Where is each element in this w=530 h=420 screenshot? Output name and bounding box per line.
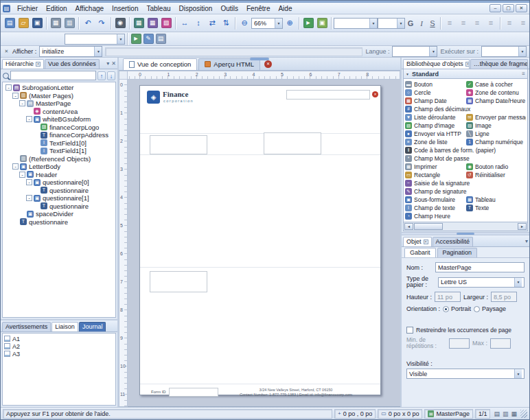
- library-item[interactable]: ▼Liste déroulante: [405, 113, 465, 121]
- status-page-indicator[interactable]: 1/1: [475, 409, 491, 419]
- library-item[interactable]: ↺Réinitialiser: [466, 171, 526, 179]
- log-palette-icon[interactable]: ▤: [494, 410, 500, 417]
- menu-fenetre[interactable]: Fenêtre: [242, 3, 274, 14]
- tree-node[interactable]: -▣whiteBGsubform: [3, 115, 115, 124]
- library-item[interactable]: ✓Case à cocher: [466, 80, 526, 89]
- style-combo[interactable]: ▼: [65, 34, 125, 45]
- library-item[interactable]: #Champ des décimaux: [405, 105, 526, 113]
- library-item[interactable]: ‖Code à barres de form. (papier): [405, 146, 526, 154]
- menu-affichage[interactable]: Affichage: [71, 3, 108, 14]
- tree-node[interactable]: Tquestionnaire: [3, 218, 115, 226]
- tab-vue-de-conception[interactable]: Vue de conception: [123, 58, 197, 70]
- app-icon[interactable]: ▤: [3, 5, 10, 12]
- close-button[interactable]: ✕: [516, 4, 527, 12]
- logo-title[interactable]: Finance: [163, 90, 188, 98]
- scroll-right-icon[interactable]: ►: [518, 223, 527, 230]
- tree-expander-icon[interactable]: -: [12, 163, 19, 170]
- tree-node[interactable]: ITextField1[1]: [3, 147, 115, 155]
- nom-input[interactable]: MasterPage: [435, 262, 525, 272]
- tab-close-icon[interactable]: ✕: [36, 62, 41, 67]
- zoom-in-icon-button[interactable]: ⊕: [283, 16, 297, 30]
- hauteur-input[interactable]: 11 po: [435, 292, 461, 302]
- open-icon-button[interactable]: ▱: [16, 16, 30, 30]
- align-right-icon-button[interactable]: ≡: [470, 16, 484, 30]
- tree-expander-icon[interactable]: -: [12, 93, 19, 99]
- underline-button[interactable]: S: [427, 16, 438, 30]
- library-item[interactable]: *Champ Mot de passe: [405, 154, 526, 163]
- type-papier-select[interactable]: Lettre US▼: [438, 277, 525, 288]
- paysage-radio[interactable]: Paysage: [474, 305, 506, 312]
- find-icon-button[interactable]: ◉: [113, 16, 127, 30]
- tab-liaison[interactable]: Liaison: [51, 322, 78, 331]
- tree-node[interactable]: ▥(Referenced Objects): [3, 155, 115, 163]
- pdf-preview-icon-button[interactable]: ►: [301, 16, 315, 30]
- menu-insertion[interactable]: Insertion: [108, 3, 142, 14]
- tree-node[interactable]: ▣spaceDivider: [3, 210, 115, 218]
- tree-expander-icon[interactable]: -: [5, 84, 12, 91]
- tab-hierarchie[interactable]: Hiérarchie✕: [2, 59, 44, 69]
- tree-expander-icon[interactable]: -: [26, 195, 32, 201]
- report-palette-icon[interactable]: ▥: [503, 410, 509, 417]
- tab-bibliotheque-fragments[interactable]: …thèque de fragme: [470, 59, 528, 69]
- tab-bibliotheque-objets[interactable]: Bibliothèque d'objets✕: [403, 59, 470, 69]
- tab-vue-des-donnees[interactable]: Vue des données: [45, 59, 100, 69]
- largeur-input[interactable]: 8,5 po: [491, 292, 517, 302]
- package-icon-button[interactable]: ▣: [315, 16, 329, 30]
- questionnaire-field-box[interactable]: [264, 132, 321, 154]
- report-item[interactable]: A3: [4, 350, 114, 358]
- tab-close-icon[interactable]: ✕: [465, 62, 470, 67]
- bold-button[interactable]: G: [405, 16, 416, 30]
- library-item[interactable]: ✎Champ de signature: [405, 187, 526, 196]
- tree-node[interactable]: Tquestionnaire: [3, 202, 115, 211]
- undo-icon-button[interactable]: ↶: [81, 16, 95, 30]
- library-item[interactable]: ◈Zone de contenu: [466, 89, 526, 97]
- minimize-button[interactable]: –: [489, 4, 501, 12]
- size-combo[interactable]: ▼: [378, 18, 405, 29]
- library-item[interactable]: ▦Champ Date/Heure: [466, 97, 526, 105]
- library-options-icon[interactable]: ≡: [522, 71, 525, 77]
- library-item[interactable]: ◔Champ Heure: [405, 212, 465, 220]
- design-page[interactable]: ◈ Finance corporation ✕ Form ID 3/24 New…: [139, 85, 381, 395]
- library-item[interactable]: IChamp de texte: [405, 204, 465, 212]
- library-item[interactable]: ▣Sous-formulaire: [405, 196, 465, 204]
- script-palette-close-icon[interactable]: ✕: [3, 49, 10, 54]
- library-item[interactable]: ▭Rectangle: [405, 171, 465, 179]
- tree-node[interactable]: -▤MasterPage: [3, 100, 115, 108]
- menu-fichier[interactable]: Fichier: [13, 3, 42, 14]
- close-preview-icon[interactable]: ✕: [264, 60, 272, 68]
- tree-node[interactable]: ITextField1[0]: [3, 139, 115, 148]
- page-blue-icon-button[interactable]: ▤: [154, 34, 167, 45]
- questionnaire-field-box[interactable]: [150, 135, 207, 154]
- insert-table-icon-button[interactable]: ▦: [132, 16, 146, 30]
- zoom-combo[interactable]: 66%▼: [251, 18, 283, 29]
- report-item[interactable]: A2: [4, 342, 114, 350]
- library-item[interactable]: ▨Image: [466, 121, 526, 130]
- form-id-field[interactable]: [169, 388, 218, 397]
- restreindre-checkbox[interactable]: [406, 327, 413, 334]
- menu-tableau[interactable]: Tableau: [142, 3, 174, 14]
- library-item[interactable]: ≡Zone de liste: [405, 138, 465, 146]
- tab-objet[interactable]: Objet✕: [403, 237, 432, 246]
- tree-node[interactable]: -▣questionnaire[1]: [3, 194, 115, 202]
- menu-disposition[interactable]: Disposition: [175, 3, 217, 14]
- menu-outils[interactable]: Outils: [216, 3, 242, 14]
- align-justify-icon-button[interactable]: ≡: [484, 16, 498, 30]
- tab-close-icon[interactable]: ✕: [424, 240, 428, 244]
- tree-node[interactable]: -▣Header: [3, 171, 115, 179]
- library-item[interactable]: ~Saisie de la signature: [405, 179, 526, 187]
- tree-node[interactable]: Tquestionnaire: [3, 187, 115, 195]
- distribute-v-icon-button[interactable]: ↕: [192, 16, 205, 30]
- new-icon-button[interactable]: ▤: [3, 16, 16, 30]
- grid-icon-button[interactable]: ▦: [146, 16, 159, 30]
- tree-expander-icon[interactable]: -: [19, 100, 25, 106]
- library-item[interactable]: ◉Bouton radio: [466, 163, 526, 171]
- tree-node[interactable]: ◈contentArea: [3, 108, 115, 116]
- library-item[interactable]: ▬Bouton: [405, 80, 465, 89]
- menu-aide[interactable]: Aide: [274, 3, 296, 14]
- restore-button[interactable]: ▢: [503, 4, 514, 12]
- library-category-header[interactable]: ▼ Standard ≡: [403, 69, 528, 79]
- page-green-arrow-icon-button[interactable]: ►: [130, 34, 142, 45]
- menu-edition[interactable]: Edition: [42, 3, 71, 14]
- search-input[interactable]: [10, 71, 96, 80]
- library-item[interactable]: ○Cercle: [405, 89, 465, 97]
